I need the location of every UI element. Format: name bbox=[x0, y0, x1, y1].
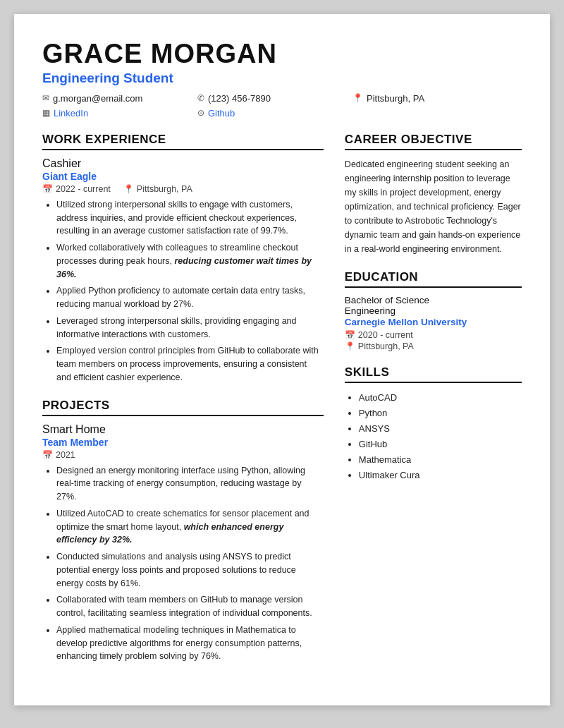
contact-row-1: ✉ g.morgan@email.com ✆ (123) 456-7890 📍 … bbox=[42, 93, 522, 105]
project-entry-smart-home: Smart Home Team Member 📅 2021 Designed a… bbox=[42, 423, 324, 664]
job-role-cashier: Cashier bbox=[42, 157, 324, 170]
job-title: Engineering Student bbox=[42, 71, 522, 86]
bullet-2: Worked collaboratively with colleagues t… bbox=[56, 241, 324, 281]
project-year-text: 2021 bbox=[56, 450, 75, 460]
right-column: CAREER OBJECTIVE Dedicated engineering s… bbox=[345, 133, 522, 677]
job-location-text: Pittsburgh, PA bbox=[137, 184, 192, 194]
edu-field: Engineering bbox=[345, 305, 522, 316]
skills-list: AutoCAD Python ANSYS GitHub Mathematica … bbox=[345, 390, 522, 484]
education-title: EDUCATION bbox=[345, 270, 522, 288]
linkedin-contact[interactable]: ▦ LinkedIn bbox=[42, 108, 197, 119]
job-meta-cashier: 📅 2022 - current 📍 Pittsburgh, PA bbox=[42, 184, 324, 194]
github-link[interactable]: Github bbox=[208, 108, 235, 119]
skill-mathematica: Mathematica bbox=[359, 452, 522, 468]
edu-university: Carnegie Mellon University bbox=[345, 317, 522, 327]
location-text: Pittsburgh, PA bbox=[367, 93, 424, 104]
skills-title: SKILLS bbox=[345, 365, 522, 383]
career-objective-section: CAREER OBJECTIVE Dedicated engineering s… bbox=[345, 133, 522, 256]
phone-contact: ✆ (123) 456-7890 bbox=[197, 93, 352, 104]
job-entry-cashier: Cashier Giant Eagle 📅 2022 - current 📍 P… bbox=[42, 157, 324, 384]
skills-section: SKILLS AutoCAD Python ANSYS GitHub Mathe… bbox=[345, 365, 522, 484]
project-bullet-3: Conducted simulations and analysis using… bbox=[56, 550, 324, 590]
location-contact: 📍 Pittsburgh, PA bbox=[352, 93, 508, 104]
email-text: g.morgan@email.com bbox=[53, 93, 142, 104]
calendar-icon-project: 📅 bbox=[42, 450, 53, 460]
skill-python: Python bbox=[359, 406, 522, 421]
github-contact[interactable]: ⊙ Github bbox=[197, 108, 352, 119]
skill-ultimaker: Ultimaker Cura bbox=[359, 468, 522, 483]
job-bullets-cashier: Utilized strong interpersonal skills to … bbox=[42, 198, 324, 384]
project-name: Smart Home bbox=[42, 423, 324, 436]
edu-location-text: Pittsburgh, PA bbox=[358, 341, 414, 351]
linkedin-icon: ▦ bbox=[42, 108, 50, 118]
project-role: Team Member bbox=[42, 437, 324, 448]
edu-dates-text: 2020 - current bbox=[358, 330, 413, 340]
bullet-3: Applied Python proficiency to automate c… bbox=[56, 284, 324, 311]
left-column: WORK EXPERIENCE Cashier Giant Eagle 📅 20… bbox=[42, 133, 324, 677]
project-year: 📅 2021 bbox=[42, 450, 75, 460]
work-experience-section: WORK EXPERIENCE Cashier Giant Eagle 📅 20… bbox=[42, 133, 324, 384]
contact-row-2: ▦ LinkedIn ⊙ Github bbox=[42, 108, 522, 120]
resume-page: GRACE MORGAN Engineering Student ✉ g.mor… bbox=[14, 14, 550, 705]
calendar-icon-edu: 📅 bbox=[345, 330, 355, 340]
phone-icon: ✆ bbox=[197, 93, 204, 103]
projects-section: PROJECTS Smart Home Team Member 📅 2021 D… bbox=[42, 399, 324, 664]
bullet-4: Leveraged strong interpersonal skills, p… bbox=[56, 315, 324, 341]
bullet-1: Utilized strong interpersonal skills to … bbox=[56, 198, 324, 238]
job-dates-text: 2022 - current bbox=[56, 184, 111, 194]
job-dates: 📅 2022 - current bbox=[42, 184, 111, 194]
project-meta: 📅 2021 bbox=[42, 450, 324, 460]
location-icon-job: 📍 bbox=[123, 184, 134, 194]
job-location: 📍 Pittsburgh, PA bbox=[123, 184, 192, 194]
location-icon: 📍 bbox=[352, 93, 363, 103]
email-contact: ✉ g.morgan@email.com bbox=[42, 93, 197, 104]
project-bullet-5: Applied mathematical modeling techniques… bbox=[56, 624, 324, 663]
edu-meta: 📅 2020 - current 📍 Pittsburgh, PA bbox=[345, 330, 522, 351]
skill-github: GitHub bbox=[359, 437, 522, 452]
career-objective-text: Dedicated engineering student seeking an… bbox=[345, 157, 522, 256]
calendar-icon: 📅 bbox=[42, 184, 53, 194]
project-bullet-2: Utilized AutoCAD to create schematics fo… bbox=[56, 507, 324, 547]
work-experience-title: WORK EXPERIENCE bbox=[42, 133, 324, 150]
linkedin-link[interactable]: LinkedIn bbox=[54, 108, 88, 119]
location-icon-edu: 📍 bbox=[345, 341, 355, 351]
education-section: EDUCATION Bachelor of Science Engineerin… bbox=[345, 270, 522, 351]
project-bullet-4: Collaborated with team members on GitHub… bbox=[56, 593, 324, 620]
header: GRACE MORGAN Engineering Student ✉ g.mor… bbox=[42, 40, 522, 120]
edu-degree: Bachelor of Science bbox=[345, 295, 522, 305]
bullet-5: Employed version control principles from… bbox=[56, 344, 324, 384]
edu-dates: 📅 2020 - current bbox=[345, 330, 522, 340]
email-icon: ✉ bbox=[42, 93, 49, 103]
full-name: GRACE MORGAN bbox=[42, 40, 522, 69]
company-giant-eagle: Giant Eagle bbox=[42, 171, 324, 182]
github-icon: ⊙ bbox=[197, 108, 204, 118]
phone-text: (123) 456-7890 bbox=[208, 93, 271, 104]
skill-autocad: AutoCAD bbox=[359, 390, 522, 406]
project-bullet-1: Designed an energy monitoring interface … bbox=[56, 464, 324, 504]
projects-title: PROJECTS bbox=[42, 399, 324, 416]
edu-location: 📍 Pittsburgh, PA bbox=[345, 341, 522, 351]
education-entry: Bachelor of Science Engineering Carnegie… bbox=[345, 295, 522, 351]
project-bullets: Designed an energy monitoring interface … bbox=[42, 464, 324, 664]
career-objective-title: CAREER OBJECTIVE bbox=[345, 133, 522, 150]
skill-ansys: ANSYS bbox=[359, 421, 522, 437]
main-layout: WORK EXPERIENCE Cashier Giant Eagle 📅 20… bbox=[42, 133, 522, 677]
